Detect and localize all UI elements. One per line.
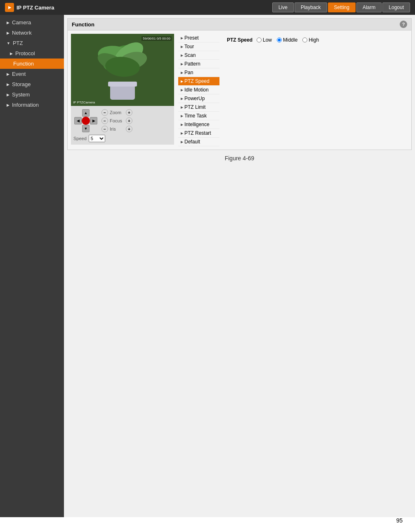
sidebar-item-system[interactable]: ▶ System — [0, 89, 64, 100]
focus-row: − Focus + — [101, 117, 132, 124]
nav-buttons: Live Playback Setting Alarm Logout — [272, 2, 410, 12]
logo-area: ▶ IP PTZ Camera — [5, 3, 272, 12]
iris-plus-button[interactable]: + — [126, 126, 132, 132]
nav-setting-button[interactable]: Setting — [328, 2, 356, 12]
default-arrow-icon: ▶ — [181, 140, 183, 144]
focus-minus-button[interactable]: − — [101, 117, 108, 124]
help-button[interactable]: ? — [400, 21, 407, 28]
ptz-menu-powerup[interactable]: ▶ PowerUp — [178, 94, 219, 103]
video-area: 59/06/01 0/5 00:00 IP PTZCamera — [71, 34, 174, 106]
ptz-menu-item-label: PTZ Speed — [184, 78, 210, 84]
network-arrow-icon: ▶ — [7, 31, 9, 35]
sidebar-item-label: Event — [12, 71, 26, 77]
content-area: Function ? — [64, 15, 415, 517]
figure-caption: Figure 4-69 — [67, 150, 412, 170]
ptz-menu-item-label: Pattern — [184, 61, 200, 67]
ptz-menu-item-label: Default — [184, 139, 200, 145]
ptz-menu-intelligence[interactable]: ▶ Intelligence — [178, 120, 219, 129]
pan-arrow-icon: ▶ — [181, 71, 183, 75]
preset-arrow-icon: ▶ — [181, 36, 183, 40]
controls-row: ▲ ▼ ◀ ▶ − Zoom + — [73, 108, 172, 133]
svg-rect-8 — [108, 82, 137, 87]
sidebar-item-network[interactable]: ▶ Network — [0, 28, 64, 38]
nav-playback-button[interactable]: Playback — [295, 2, 327, 12]
ptz-arrow-icon: ▼ — [7, 41, 10, 45]
sidebar-item-protocol[interactable]: ▶ Protocol — [0, 48, 64, 59]
ptz-menu-pattern[interactable]: ▶ Pattern — [178, 60, 219, 68]
zoom-minus-button[interactable]: − — [101, 109, 108, 116]
ptz-menu-ptzrestart[interactable]: ▶ PTZ Restart — [178, 129, 219, 138]
ptzrestart-arrow-icon: ▶ — [181, 131, 183, 135]
event-arrow-icon: ▶ — [7, 72, 9, 76]
nav-alarm-button[interactable]: Alarm — [356, 2, 382, 12]
ptz-menu-item-label: Pan — [184, 70, 193, 75]
dpad-left-button[interactable]: ◀ — [74, 117, 82, 124]
sidebar-item-label: Camera — [12, 19, 31, 26]
zoom-controls: − Zoom + − Focus + − — [101, 109, 132, 132]
logo-icon: ▶ — [5, 3, 14, 12]
ptz-menu-ptzspeed[interactable]: ▶ PTZ Speed — [178, 77, 219, 86]
radio-middle: Middle — [277, 37, 297, 43]
ptz-menu: ▶ Preset ▶ Tour ▶ Scan ▶ Pattern — [178, 34, 219, 146]
sidebar-item-label: Network — [12, 30, 32, 36]
video-plant: 59/06/01 0/5 00:00 IP PTZCamera — [71, 34, 174, 106]
ptz-menu-ptzlimit[interactable]: ▶ PTZ Limit — [178, 103, 219, 112]
ptz-menu-pan[interactable]: ▶ Pan — [178, 68, 219, 77]
sidebar-item-storage[interactable]: ▶ Storage — [0, 79, 64, 89]
camera-preview: 59/06/01 0/5 00:00 IP PTZCamera ▲ ▼ ◀ — [71, 34, 174, 146]
logo-text: IP PTZ Camera — [17, 5, 54, 11]
zoom-row: − Zoom + — [101, 109, 132, 116]
sidebar: ▶ Camera ▶ Network ▼ PTZ ▶ Protocol Func… — [0, 15, 64, 517]
ptz-menu-idlemotion[interactable]: ▶ Idle Motion — [178, 86, 219, 94]
powerup-arrow-icon: ▶ — [181, 97, 183, 101]
radio-group: Low Middle High — [257, 37, 319, 43]
ptz-menu-item-label: PTZ Limit — [184, 104, 205, 110]
page-number: 95 — [396, 517, 403, 524]
function-title: Function — [72, 21, 94, 28]
ptz-speed-row: PTZ Speed Low Middle — [227, 37, 405, 43]
sidebar-item-label: Function — [13, 61, 34, 67]
nav-live-button[interactable]: Live — [272, 2, 294, 12]
scan-arrow-icon: ▶ — [181, 54, 183, 57]
sidebar-item-label: System — [12, 91, 30, 98]
ptz-menu-preset[interactable]: ▶ Preset — [178, 34, 219, 42]
sidebar-item-label: Storage — [12, 81, 31, 87]
ptz-menu-tour[interactable]: ▶ Tour — [178, 42, 219, 51]
intelligence-arrow-icon: ▶ — [181, 123, 183, 127]
ptz-menu-default[interactable]: ▶ Default — [178, 138, 219, 146]
ptz-menu-item-label: Time Task — [184, 113, 207, 119]
radio-middle-input[interactable] — [277, 37, 282, 42]
iris-minus-button[interactable]: − — [101, 126, 108, 132]
ptz-menu-item-label: Preset — [184, 35, 199, 41]
ptz-menu-scan[interactable]: ▶ Scan — [178, 51, 219, 60]
nav-logout-button[interactable]: Logout — [382, 2, 410, 12]
top-header: ▶ IP PTZ Camera Live Playback Setting Al… — [0, 0, 415, 15]
camera-arrow-icon: ▶ — [7, 21, 9, 25]
speed-label: Speed — [73, 136, 87, 141]
ptz-menu-item-label: PowerUp — [184, 96, 205, 101]
radio-low-input[interactable] — [257, 37, 262, 42]
function-panel: Function ? — [67, 18, 412, 150]
sidebar-item-ptz[interactable]: ▼ PTZ — [0, 38, 64, 48]
dpad-right-button[interactable]: ▶ — [90, 117, 97, 124]
speed-select[interactable]: 5 1 2 3 4 6 7 8 — [89, 135, 105, 142]
zoom-plus-button[interactable]: + — [126, 109, 132, 116]
radio-high-label: High — [309, 37, 319, 43]
sidebar-section: ▶ Camera ▶ Network ▼ PTZ ▶ Protocol Func… — [0, 15, 64, 112]
sidebar-item-camera[interactable]: ▶ Camera — [0, 17, 64, 28]
step2-label: Step 2 — [17, 530, 398, 532]
ptz-speed-label: PTZ Speed — [227, 37, 252, 43]
ptz-settings: PTZ Speed Low Middle — [224, 34, 408, 146]
sidebar-item-function[interactable]: Function — [0, 59, 64, 69]
focus-plus-button[interactable]: + — [126, 117, 132, 124]
ptz-menu-item-label: Idle Motion — [184, 87, 209, 93]
sidebar-item-information[interactable]: ▶ Information — [0, 100, 64, 110]
speed-row: Speed 5 1 2 3 4 6 7 8 — [73, 135, 172, 142]
dpad-up-button[interactable]: ▲ — [82, 109, 90, 117]
protocol-arrow-icon: ▶ — [10, 52, 13, 56]
radio-high-input[interactable] — [302, 37, 307, 42]
radio-low: Low — [257, 37, 272, 43]
ptz-menu-timetask[interactable]: ▶ Time Task — [178, 112, 219, 120]
sidebar-item-event[interactable]: ▶ Event — [0, 69, 64, 79]
dpad-down-button[interactable]: ▼ — [82, 125, 90, 132]
